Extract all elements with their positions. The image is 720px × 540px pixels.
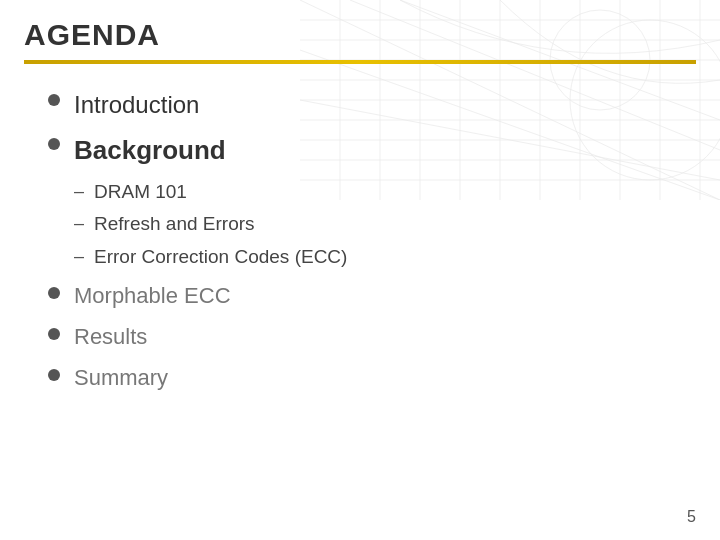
bullet-dot-summary <box>48 369 60 381</box>
sub-text-refresh: Refresh and Errors <box>94 210 255 239</box>
bullet-dot-results <box>48 328 60 340</box>
bullet-background: Background <box>48 132 672 168</box>
bullet-label-results: Results <box>74 322 147 353</box>
bullet-summary: Summary <box>48 363 672 394</box>
sub-dash-2: – <box>74 210 84 237</box>
sub-item-refresh: – Refresh and Errors <box>74 210 672 239</box>
slide: AGENDA Introduction Background – DRAM 10… <box>0 0 720 540</box>
sub-text-ecc: Error Correction Codes (ECC) <box>94 243 347 272</box>
bullet-label-introduction: Introduction <box>74 88 199 122</box>
bullet-results: Results <box>48 322 672 353</box>
page-number: 5 <box>687 508 696 526</box>
content-area: Introduction Background – DRAM 101 – Ref… <box>0 64 720 428</box>
bullet-label-morphable: Morphable ECC <box>74 281 231 312</box>
bullet-label-background: Background <box>74 132 226 168</box>
background-sub-items: – DRAM 101 – Refresh and Errors – Error … <box>74 178 672 272</box>
bullet-dot-morphable <box>48 287 60 299</box>
bullet-label-summary: Summary <box>74 363 168 394</box>
bullet-dot-background <box>48 138 60 150</box>
sub-dash-3: – <box>74 243 84 270</box>
sub-dash-1: – <box>74 178 84 205</box>
page-title: AGENDA <box>24 18 696 52</box>
bullet-introduction: Introduction <box>48 88 672 122</box>
sub-item-dram101: – DRAM 101 <box>74 178 672 207</box>
sub-item-ecc: – Error Correction Codes (ECC) <box>74 243 672 272</box>
bullet-morphable-ecc: Morphable ECC <box>48 281 672 312</box>
bullet-dot-introduction <box>48 94 60 106</box>
header: AGENDA <box>0 0 720 64</box>
sub-text-dram101: DRAM 101 <box>94 178 187 207</box>
